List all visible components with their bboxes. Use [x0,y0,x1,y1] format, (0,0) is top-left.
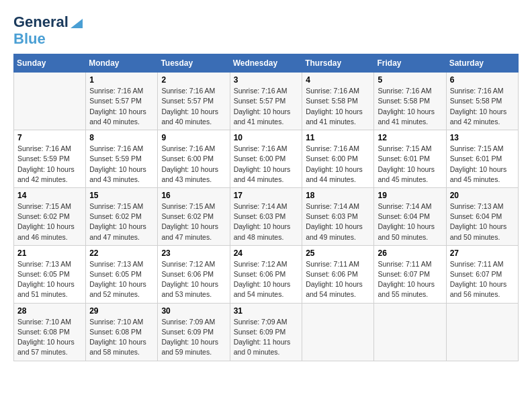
day-info: Sunrise: 7:15 AM Sunset: 6:02 PM Dayligh… [161,201,226,242]
logo-icon [71,16,83,28]
calendar-cell: 24Sunrise: 7:12 AM Sunset: 6:06 PM Dayli… [230,245,302,303]
day-number: 27 [450,248,515,258]
calendar-cell: 22Sunrise: 7:13 AM Sunset: 6:05 PM Dayli… [86,245,158,303]
week-row-2: 7Sunrise: 7:16 AM Sunset: 5:59 PM Daylig… [14,130,519,188]
calendar-cell: 19Sunrise: 7:14 AM Sunset: 6:04 PM Dayli… [374,187,446,245]
calendar-cell: 28Sunrise: 7:10 AM Sunset: 6:08 PM Dayli… [14,303,86,361]
calendar-cell [302,303,374,361]
day-number: 28 [17,306,82,316]
svg-marker-0 [71,19,83,28]
calendar-cell: 16Sunrise: 7:15 AM Sunset: 6:02 PM Dayli… [158,187,230,245]
day-info: Sunrise: 7:13 AM Sunset: 6:04 PM Dayligh… [450,201,515,242]
day-info: Sunrise: 7:10 AM Sunset: 6:08 PM Dayligh… [89,317,154,358]
day-number: 5 [378,75,442,85]
day-number: 18 [306,191,370,200]
week-row-4: 21Sunrise: 7:13 AM Sunset: 6:05 PM Dayli… [14,245,519,303]
day-info: Sunrise: 7:14 AM Sunset: 6:04 PM Dayligh… [378,201,442,242]
day-info: Sunrise: 7:13 AM Sunset: 6:05 PM Dayligh… [17,259,82,300]
header-cell-sunday: Sunday [14,54,86,73]
calendar-cell [446,303,518,361]
day-number: 9 [161,133,226,142]
week-row-3: 14Sunrise: 7:15 AM Sunset: 6:02 PM Dayli… [14,187,519,245]
day-number: 15 [89,191,154,200]
day-info: Sunrise: 7:09 AM Sunset: 6:09 PM Dayligh… [161,317,226,358]
day-number: 21 [17,248,82,258]
calendar-cell: 26Sunrise: 7:11 AM Sunset: 6:07 PM Dayli… [374,245,446,303]
day-info: Sunrise: 7:16 AM Sunset: 5:57 PM Dayligh… [89,86,154,127]
day-info: Sunrise: 7:14 AM Sunset: 6:03 PM Dayligh… [234,201,299,242]
day-number: 1 [89,75,154,85]
day-number: 20 [450,191,515,200]
calendar-cell: 3Sunrise: 7:16 AM Sunset: 5:57 PM Daylig… [230,73,302,130]
day-info: Sunrise: 7:14 AM Sunset: 6:03 PM Dayligh… [306,201,370,242]
day-number: 4 [306,75,370,85]
calendar-cell: 5Sunrise: 7:16 AM Sunset: 5:58 PM Daylig… [374,73,446,130]
day-number: 30 [161,306,226,316]
calendar-cell [374,303,446,361]
calendar-cell: 27Sunrise: 7:11 AM Sunset: 6:07 PM Dayli… [446,245,518,303]
header-cell-tuesday: Tuesday [158,54,230,73]
day-info: Sunrise: 7:16 AM Sunset: 5:58 PM Dayligh… [378,86,442,127]
day-number: 12 [378,133,442,142]
calendar-cell: 6Sunrise: 7:16 AM Sunset: 5:58 PM Daylig… [446,73,518,130]
header-cell-monday: Monday [86,54,158,73]
calendar-cell: 10Sunrise: 7:16 AM Sunset: 6:00 PM Dayli… [230,130,302,188]
calendar-table: SundayMondayTuesdayWednesdayThursdayFrid… [13,54,519,361]
day-number: 8 [89,133,154,142]
calendar-cell: 21Sunrise: 7:13 AM Sunset: 6:05 PM Dayli… [14,245,86,303]
day-info: Sunrise: 7:16 AM Sunset: 5:57 PM Dayligh… [234,86,299,127]
calendar-cell: 25Sunrise: 7:11 AM Sunset: 6:06 PM Dayli… [302,245,374,303]
header-cell-friday: Friday [374,54,446,73]
calendar-cell: 12Sunrise: 7:15 AM Sunset: 6:01 PM Dayli… [374,130,446,188]
day-info: Sunrise: 7:10 AM Sunset: 6:08 PM Dayligh… [17,317,82,358]
day-number: 10 [234,133,299,142]
header-cell-saturday: Saturday [446,54,518,73]
calendar-cell: 9Sunrise: 7:16 AM Sunset: 6:00 PM Daylig… [158,130,230,188]
day-number: 3 [234,75,299,85]
calendar-cell: 31Sunrise: 7:09 AM Sunset: 6:09 PM Dayli… [230,303,302,361]
calendar-cell: 18Sunrise: 7:14 AM Sunset: 6:03 PM Dayli… [302,187,374,245]
calendar-cell: 17Sunrise: 7:14 AM Sunset: 6:03 PM Dayli… [230,187,302,245]
day-number: 22 [89,248,154,258]
day-info: Sunrise: 7:16 AM Sunset: 6:00 PM Dayligh… [306,144,370,185]
day-info: Sunrise: 7:13 AM Sunset: 6:05 PM Dayligh… [89,259,154,300]
day-info: Sunrise: 7:15 AM Sunset: 6:01 PM Dayligh… [450,144,515,185]
day-number: 14 [17,191,82,200]
calendar-cell: 14Sunrise: 7:15 AM Sunset: 6:02 PM Dayli… [14,187,86,245]
header-row: SundayMondayTuesdayWednesdayThursdayFrid… [14,54,519,73]
day-info: Sunrise: 7:16 AM Sunset: 5:58 PM Dayligh… [306,86,370,127]
calendar-cell: 4Sunrise: 7:16 AM Sunset: 5:58 PM Daylig… [302,73,374,130]
calendar-cell: 30Sunrise: 7:09 AM Sunset: 6:09 PM Dayli… [158,303,230,361]
day-number: 2 [161,75,226,85]
header-cell-thursday: Thursday [302,54,374,73]
day-info: Sunrise: 7:16 AM Sunset: 5:59 PM Dayligh… [17,144,82,185]
logo-text: General [13,14,69,30]
day-number: 23 [161,248,226,258]
page-header: General Blue [13,13,519,47]
day-info: Sunrise: 7:11 AM Sunset: 6:07 PM Dayligh… [378,259,442,300]
week-row-5: 28Sunrise: 7:10 AM Sunset: 6:08 PM Dayli… [14,303,519,361]
day-info: Sunrise: 7:11 AM Sunset: 6:07 PM Dayligh… [450,259,515,300]
calendar-cell: 13Sunrise: 7:15 AM Sunset: 6:01 PM Dayli… [446,130,518,188]
day-info: Sunrise: 7:15 AM Sunset: 6:01 PM Dayligh… [378,144,442,185]
calendar-cell: 23Sunrise: 7:12 AM Sunset: 6:06 PM Dayli… [158,245,230,303]
week-row-1: 1Sunrise: 7:16 AM Sunset: 5:57 PM Daylig… [14,73,519,130]
day-number: 25 [306,248,370,258]
day-number: 7 [17,133,82,142]
day-info: Sunrise: 7:15 AM Sunset: 6:02 PM Dayligh… [89,201,154,242]
day-number: 26 [378,248,442,258]
day-number: 13 [450,133,515,142]
calendar-cell [14,73,86,130]
calendar-cell: 11Sunrise: 7:16 AM Sunset: 6:00 PM Dayli… [302,130,374,188]
day-number: 19 [378,191,442,200]
day-info: Sunrise: 7:09 AM Sunset: 6:09 PM Dayligh… [234,317,299,358]
logo-blue-text: Blue [13,31,83,47]
day-info: Sunrise: 7:12 AM Sunset: 6:06 PM Dayligh… [161,259,226,300]
calendar-cell: 15Sunrise: 7:15 AM Sunset: 6:02 PM Dayli… [86,187,158,245]
calendar-cell: 8Sunrise: 7:16 AM Sunset: 5:59 PM Daylig… [86,130,158,188]
day-number: 31 [234,306,299,316]
day-info: Sunrise: 7:16 AM Sunset: 5:57 PM Dayligh… [161,86,226,127]
day-number: 17 [234,191,299,200]
day-number: 11 [306,133,370,142]
header-cell-wednesday: Wednesday [230,54,302,73]
